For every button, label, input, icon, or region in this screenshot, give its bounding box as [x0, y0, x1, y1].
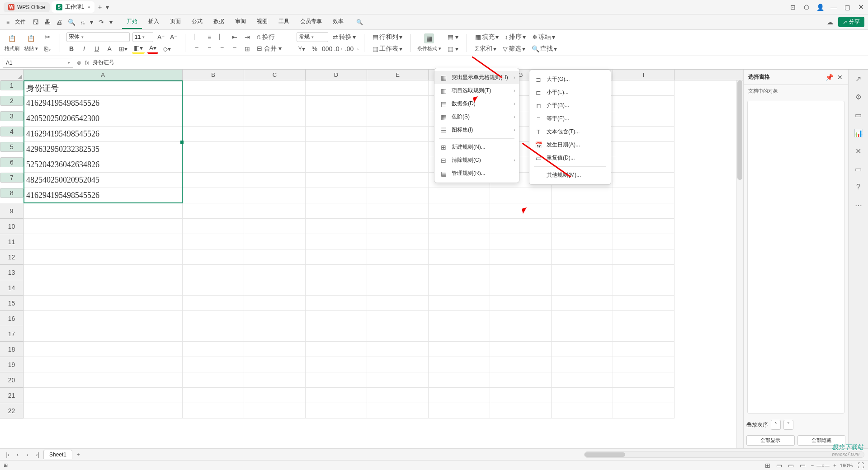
- cell[interactable]: [183, 111, 244, 127]
- indent-dec[interactable]: ⇤: [230, 32, 240, 42]
- menu1-item-2[interactable]: ▤数据条(D)›: [434, 97, 519, 110]
- comma-button[interactable]: 000: [322, 44, 332, 54]
- cell[interactable]: [183, 203, 244, 219]
- undo-dropdown[interactable]: ▾: [88, 17, 95, 28]
- menu1-item-4[interactable]: ☰图标集(I)›: [434, 123, 519, 136]
- cell[interactable]: [552, 403, 613, 418]
- cell[interactable]: [552, 219, 613, 234]
- cell[interactable]: [367, 265, 429, 280]
- cell[interactable]: [613, 342, 675, 357]
- cell[interactable]: [490, 219, 552, 234]
- cell[interactable]: [306, 357, 367, 372]
- more-icon[interactable]: ⋯: [853, 200, 864, 211]
- font-grow-icon[interactable]: A⁺: [156, 32, 166, 42]
- worksheet-button[interactable]: ▦ 工作表 ▾: [371, 44, 404, 54]
- cell[interactable]: [490, 372, 552, 388]
- cell[interactable]: [244, 219, 306, 234]
- cell[interactable]: [306, 203, 367, 219]
- menu1-item-3[interactable]: ▦色阶(S)›: [434, 110, 519, 123]
- sheet-first[interactable]: |‹: [4, 451, 12, 459]
- cell[interactable]: [244, 142, 306, 157]
- row-header[interactable]: 14: [0, 280, 24, 296]
- cell-style-button[interactable]: ▦ ▾: [446, 32, 460, 42]
- preview-icon[interactable]: 🔍: [66, 17, 78, 28]
- cell[interactable]: [183, 403, 244, 418]
- row-header[interactable]: 13: [0, 265, 24, 280]
- cell[interactable]: [490, 311, 552, 326]
- app-tab[interactable]: W WPS Office: [4, 2, 50, 12]
- col-header-B[interactable]: B: [183, 70, 244, 80]
- cancel-icon[interactable]: ⊗: [77, 60, 81, 66]
- cell[interactable]: [613, 157, 675, 173]
- cell[interactable]: [367, 127, 429, 142]
- align-right[interactable]: ≡: [217, 44, 227, 54]
- cell[interactable]: [490, 357, 552, 372]
- row-header[interactable]: 10: [0, 219, 24, 234]
- menu2-item-4[interactable]: T文本包含(T)...: [529, 125, 611, 138]
- cell[interactable]: [552, 342, 613, 357]
- cell[interactable]: [183, 280, 244, 296]
- row-header[interactable]: 8: [0, 188, 24, 198]
- cell[interactable]: [552, 357, 613, 372]
- cell[interactable]: [613, 188, 675, 203]
- cut-icon[interactable]: ✂: [42, 32, 52, 42]
- ribbon-tab-4[interactable]: 数据: [209, 15, 229, 29]
- cell[interactable]: [552, 296, 613, 311]
- cell[interactable]: [367, 388, 429, 403]
- cell[interactable]: [429, 265, 490, 280]
- cell[interactable]: [552, 249, 613, 265]
- menu2-item-0[interactable]: ⊐大于(G)...: [529, 73, 611, 86]
- settings-icon[interactable]: ⚙: [853, 91, 864, 102]
- cell[interactable]: [24, 249, 183, 265]
- cell[interactable]: [244, 157, 306, 173]
- redo-icon[interactable]: ↷: [96, 17, 106, 28]
- horizontal-scrollbar[interactable]: [584, 451, 864, 458]
- row-header[interactable]: 19: [0, 357, 24, 372]
- view3-icon[interactable]: ▭: [788, 462, 795, 469]
- save-icon[interactable]: 🖫: [30, 17, 41, 28]
- cell[interactable]: [367, 372, 429, 388]
- cell[interactable]: [552, 265, 613, 280]
- cell[interactable]: 416294195498545526: [24, 96, 183, 111]
- name-box[interactable]: A1▾: [3, 58, 73, 68]
- cell[interactable]: [490, 296, 552, 311]
- cell[interactable]: [244, 311, 306, 326]
- cell[interactable]: [306, 157, 367, 173]
- percent-button[interactable]: %: [310, 44, 320, 54]
- cell[interactable]: [429, 372, 490, 388]
- row-header[interactable]: 2: [0, 96, 24, 106]
- dec-inc[interactable]: .0←: [335, 44, 345, 54]
- freeze-button[interactable]: ❄ 冻结 ▾: [530, 32, 557, 42]
- cell[interactable]: [490, 280, 552, 296]
- col-header-C[interactable]: C: [244, 70, 306, 80]
- cell[interactable]: [490, 388, 552, 403]
- row-header[interactable]: 15: [0, 296, 24, 311]
- cell[interactable]: [183, 80, 244, 96]
- row-header[interactable]: 21: [0, 388, 24, 403]
- font-color-button[interactable]: A▾: [147, 44, 158, 54]
- cell[interactable]: [183, 296, 244, 311]
- format-painter-icon[interactable]: 📋: [7, 33, 17, 43]
- tab-dropdown[interactable]: ▾: [104, 4, 111, 11]
- align-justify[interactable]: ≡: [230, 44, 240, 54]
- export-icon[interactable]: 🖶: [42, 17, 53, 28]
- row-header[interactable]: 1: [0, 80, 24, 90]
- dec-dec[interactable]: .00→: [348, 44, 358, 54]
- cell[interactable]: [24, 403, 183, 418]
- cell[interactable]: [552, 188, 613, 203]
- convert-button[interactable]: ⇄ 转换▾: [331, 32, 358, 42]
- cell[interactable]: [552, 280, 613, 296]
- cell[interactable]: [24, 342, 183, 357]
- row-header[interactable]: 4: [0, 127, 24, 136]
- row-header[interactable]: 18: [0, 342, 24, 357]
- cell[interactable]: [613, 372, 675, 388]
- undo-icon[interactable]: ⎌: [79, 17, 87, 28]
- valign-top[interactable]: ⎸: [192, 32, 202, 42]
- chart-icon[interactable]: 📊: [853, 127, 864, 138]
- cell[interactable]: [183, 311, 244, 326]
- cell[interactable]: [306, 111, 367, 127]
- cell[interactable]: [244, 203, 306, 219]
- view2-icon[interactable]: ▭: [776, 462, 783, 469]
- cell[interactable]: [367, 142, 429, 157]
- col-header-I[interactable]: I: [613, 70, 675, 80]
